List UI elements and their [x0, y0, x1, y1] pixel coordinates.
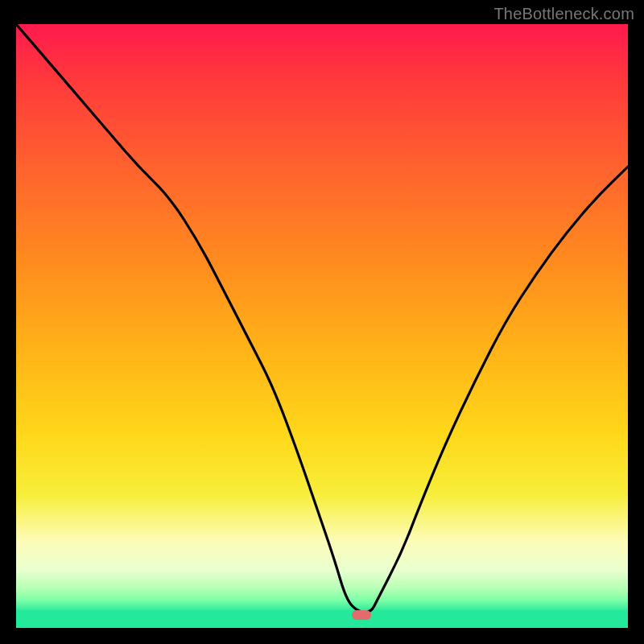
minimum-marker-icon [352, 610, 371, 620]
bottleneck-curve-path [16, 24, 628, 613]
chart-stage: TheBottleneck.com [0, 0, 644, 644]
plot-area [16, 24, 628, 628]
bottleneck-curve-svg [16, 24, 628, 628]
watermark-text: TheBottleneck.com [493, 5, 634, 23]
